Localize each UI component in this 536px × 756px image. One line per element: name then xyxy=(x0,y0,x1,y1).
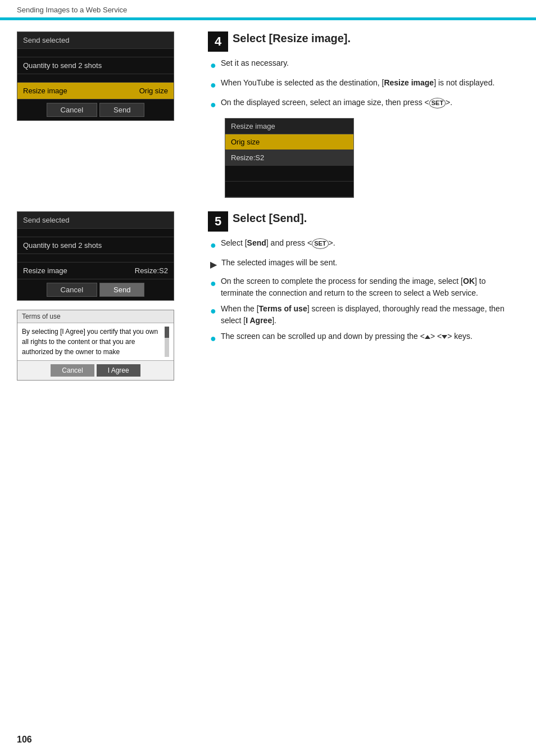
terms-iagree-btn[interactable]: I Agree xyxy=(97,364,140,377)
terms-cancel-btn[interactable]: Cancel xyxy=(51,364,94,377)
step5-bullet-3-text: On the screen to complete the process fo… xyxy=(221,275,519,299)
step4-header: 4 Select [Resize image]. xyxy=(208,31,519,52)
screen2-send-btn[interactable]: Send xyxy=(99,283,144,297)
screen2-buttons: Cancel Send xyxy=(17,279,174,300)
screen2-header: Send selected xyxy=(17,212,174,229)
step4-bullet-3-text: On the displayed screen, select an image… xyxy=(221,97,452,108)
step4-screen: Send selected Quantity to send 2 shots R… xyxy=(17,31,174,121)
step5-dot-4: ● xyxy=(210,304,216,319)
bullet-dot-2: ● xyxy=(210,78,216,93)
screen2-row2: Quantity to send 2 shots xyxy=(17,237,174,254)
step4-bullet-2: ● When YouTube is selected as the destin… xyxy=(210,77,519,93)
screen2-row4: Resize image Resize:S2 xyxy=(17,262,174,279)
step4-section: Send selected Quantity to send 2 shots R… xyxy=(17,31,519,198)
screen1-buttons: Cancel Send xyxy=(17,99,174,120)
page-number: 106 xyxy=(17,735,32,745)
terms-buttons: Cancel I Agree xyxy=(17,360,174,380)
step5-bullet-5-text: The screen can be scrolled up and down b… xyxy=(221,331,473,342)
step5-dot-1: ● xyxy=(210,238,216,253)
step5-header: 5 Select [Send]. xyxy=(208,211,519,232)
step5-bullet-5: ● The screen can be scrolled up and down… xyxy=(210,331,519,346)
terms-body: By selecting [I Agree] you certify that … xyxy=(17,323,174,360)
cyan-divider xyxy=(0,17,536,20)
terms-scrollbar-thumb[interactable] xyxy=(165,327,169,338)
rd-empty2 xyxy=(225,182,353,197)
step5-bullet-3: ● On the screen to complete the process … xyxy=(210,275,519,299)
step4-number: 4 xyxy=(208,31,228,52)
step4-right: 4 Select [Resize image]. ● Set it as nec… xyxy=(208,31,519,198)
step4-title: Select [Resize image]. xyxy=(233,31,351,45)
screen1-row4: Resize image Orig size xyxy=(17,83,174,99)
step4-bullets: ● Set it as necessary. ● When YouTube is… xyxy=(210,57,519,112)
terms-screen: Terms of use By selecting [I Agree] you … xyxy=(17,310,174,381)
rd-resize-s2: Resize:S2 xyxy=(225,150,353,166)
terms-scrollbar[interactable] xyxy=(165,327,169,357)
step4-left: Send selected Quantity to send 2 shots R… xyxy=(17,31,191,198)
screen1-row2: Quantity to send 2 shots xyxy=(17,57,174,74)
screen2-row1 xyxy=(17,229,174,237)
screen1-send-btn[interactable]: Send xyxy=(99,103,144,117)
step4-bullet-1-text: Set it as necessary. xyxy=(221,57,289,69)
step5-screen1: Send selected Quantity to send 2 shots R… xyxy=(17,211,174,301)
step5-bullet-1-text: Select [Send] and press <SET>. xyxy=(221,237,335,249)
step4-bullet-1: ● Set it as necessary. xyxy=(210,57,519,73)
page-header: Sending Images to a Web Service xyxy=(0,0,536,17)
step5-dot-3: ● xyxy=(210,276,216,291)
screen1-row3 xyxy=(17,74,174,83)
screen2-row3 xyxy=(17,254,174,262)
step5-title: Select [Send]. xyxy=(233,211,307,225)
step5-bullet-2: ▶ The selected images will be sent. xyxy=(210,257,519,271)
step5-bullets: ● Select [Send] and press <SET>. ▶ The s… xyxy=(210,237,519,346)
step5-right: 5 Select [Send]. ● Select [Send] and pre… xyxy=(208,211,519,381)
step4-bullet-3: ● On the displayed screen, select an ima… xyxy=(210,97,519,112)
terms-header: Terms of use xyxy=(17,310,174,323)
step5-number: 5 xyxy=(208,211,228,232)
step5-dot-5: ● xyxy=(210,331,216,346)
rd-header: Resize image xyxy=(225,119,353,134)
step5-left: Send selected Quantity to send 2 shots R… xyxy=(17,211,191,381)
step5-bullet-4: ● When the [Terms of use] screen is disp… xyxy=(210,303,519,327)
step5-bullet-2-text: The selected images will be sent. xyxy=(221,257,337,269)
rd-orig-size: Orig size xyxy=(225,134,353,150)
screen1-cancel-btn[interactable]: Cancel xyxy=(47,103,97,117)
screen2-cancel-btn[interactable]: Cancel xyxy=(47,283,97,297)
terms-text: By selecting [I Agree] you certify that … xyxy=(22,327,162,357)
rd-empty1 xyxy=(225,166,353,182)
step5-arrow-2: ▶ xyxy=(210,258,217,271)
step5-bullet-4-text: When the [Terms of use] screen is displa… xyxy=(221,303,519,327)
screen1-row1 xyxy=(17,49,174,57)
screen1-header: Send selected xyxy=(17,32,174,49)
step5-bullet-1: ● Select [Send] and press <SET>. xyxy=(210,237,519,253)
resize-dropdown: Resize image Orig size Resize:S2 xyxy=(225,118,354,198)
step5-section: Send selected Quantity to send 2 shots R… xyxy=(17,211,519,381)
step4-bullet-2-text: When YouTube is selected as the destinat… xyxy=(221,77,494,89)
bullet-dot-1: ● xyxy=(210,58,216,73)
bullet-dot-3: ● xyxy=(210,97,216,112)
